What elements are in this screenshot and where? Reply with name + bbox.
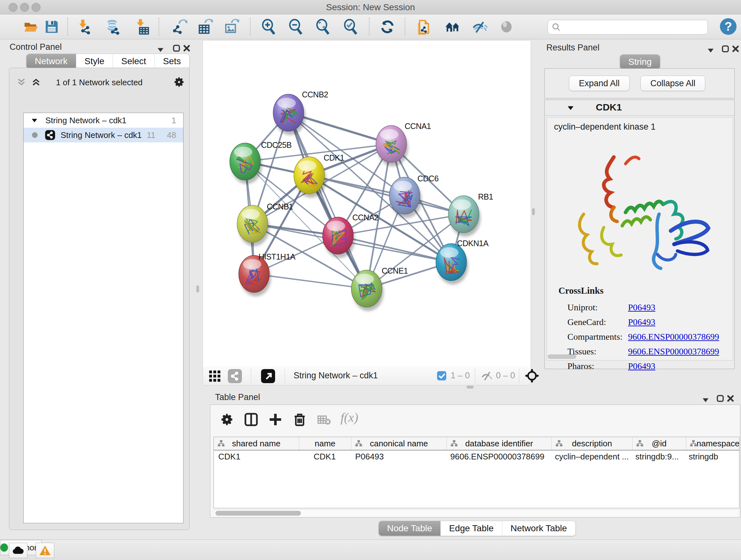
import-table-button[interactable]	[134, 19, 150, 35]
float-panel-icon[interactable]	[701, 395, 711, 405]
search-input[interactable]	[564, 21, 703, 33]
crosslink-link[interactable]: P06493	[628, 302, 656, 313]
search-field	[548, 20, 708, 35]
network-node-CCNA2[interactable]: CCNA2	[323, 213, 379, 258]
table-hscrollbar[interactable]	[214, 509, 738, 516]
protein-header[interactable]: CDK1	[545, 100, 734, 116]
network-edge[interactable]	[288, 113, 367, 289]
duplicate-network-button[interactable]	[416, 19, 432, 35]
node-gloss-highlight	[355, 274, 374, 284]
delete-column-trash-icon[interactable]	[292, 412, 307, 427]
network-canvas[interactable]: CCNB2CCNA1CDC25BCDK1CDC6RB1CCNB1CCNA2CDK…	[203, 40, 531, 367]
cloud-icon	[12, 546, 24, 555]
open-in-window-button[interactable]	[261, 369, 275, 383]
column-header-database-identifier[interactable]: database identifier	[447, 437, 552, 450]
collapse-all-button[interactable]: Collapse All	[641, 76, 705, 91]
zoom-in-button[interactable]	[261, 19, 277, 35]
column-header-@id[interactable]: @id	[632, 437, 686, 450]
import-network-button[interactable]	[77, 19, 93, 35]
network-edge[interactable]	[254, 274, 367, 289]
float-panel-icon[interactable]	[706, 45, 716, 55]
crosslink-link[interactable]: P06493	[628, 361, 656, 371]
network-graph[interactable]: CCNB2CCNA1CDC25BCDK1CDC6RB1CCNB1CCNA2CDK…	[203, 41, 531, 367]
crosslink-link[interactable]: 9606.ENSP00000378699	[628, 347, 719, 357]
show-columns-icon[interactable]	[244, 412, 259, 427]
left-splitter-handle[interactable]	[196, 286, 199, 293]
bottom-splitter-handle[interactable]	[467, 386, 474, 388]
collection-expander-icon[interactable]	[30, 117, 38, 124]
results-hscroll-thumb[interactable]	[548, 354, 576, 359]
refresh-button[interactable]	[380, 19, 395, 35]
right-splitter-handle[interactable]	[532, 208, 535, 215]
zoom-selected-button[interactable]	[343, 19, 359, 35]
zoom-out-button[interactable]	[288, 19, 304, 35]
network-edge[interactable]	[338, 236, 451, 262]
column-header-description[interactable]: description	[552, 437, 632, 450]
zoom-fit-button[interactable]	[315, 19, 331, 35]
export-table-icon	[197, 19, 213, 35]
column-header-namespace[interactable]: namespace	[686, 437, 739, 450]
houses-button[interactable]	[444, 19, 460, 35]
maximize-panel-icon[interactable]	[716, 394, 725, 403]
tab-string[interactable]: String	[620, 55, 660, 69]
column-header-canonical-name[interactable]: canonical name	[351, 437, 447, 450]
string-style-badge[interactable]	[228, 369, 242, 383]
warning-icon	[39, 545, 51, 556]
export-image-button[interactable]	[223, 19, 239, 35]
column-header-label: shared name	[232, 439, 280, 449]
close-panel-icon[interactable]	[726, 394, 735, 403]
tab-sets[interactable]: Sets	[155, 54, 189, 69]
network-edge[interactable]	[309, 175, 464, 214]
float-panel-icon[interactable]	[156, 45, 165, 54]
show-all-button[interactable]	[498, 19, 515, 35]
warnings-button[interactable]	[36, 543, 54, 558]
network-node-RB1[interactable]: RB1	[448, 192, 493, 237]
hide-selected-button[interactable]	[471, 19, 487, 35]
tab-style[interactable]: Style	[76, 54, 113, 69]
export-network-button[interactable]	[172, 19, 187, 35]
maximize-panel-icon[interactable]	[172, 44, 181, 53]
close-panel-icon[interactable]	[731, 44, 740, 54]
export-network-icon	[172, 19, 187, 35]
import-database-button[interactable]	[105, 19, 121, 35]
tab-edge-table[interactable]: Edge Table	[441, 521, 502, 536]
birdseye-grid-icon[interactable]	[208, 369, 221, 383]
save-session-button[interactable]	[44, 19, 60, 35]
crosslink-link[interactable]: P06493	[628, 317, 656, 327]
protein-expander-icon[interactable]	[566, 104, 575, 112]
maximize-panel-icon[interactable]	[721, 44, 730, 54]
network-node-CDC6[interactable]: CDC6	[389, 174, 439, 218]
table-row[interactable]: CDK1CDK1P064939606.ENSP00000378699cyclin…	[214, 450, 739, 464]
column-header-name[interactable]: name	[299, 437, 351, 450]
pan-crosshair-icon[interactable]	[525, 368, 539, 383]
network-row[interactable]: String Network – cdk1 11 48	[23, 128, 183, 142]
tab-network-table[interactable]: Network Table	[502, 521, 576, 536]
node-gloss-highlight	[234, 147, 253, 157]
network-node-CCNB1[interactable]: CCNB1	[237, 202, 293, 246]
network-node-CCNB2[interactable]: CCNB2	[273, 90, 328, 135]
tab-select[interactable]: Select	[113, 54, 155, 69]
tab-network[interactable]: Network	[26, 54, 76, 69]
cloud-button[interactable]	[9, 543, 27, 558]
network-node-CCNE1[interactable]: CCNE1	[351, 266, 408, 311]
network-node-CDKN1A[interactable]: CDKN1A	[436, 239, 488, 285]
network-node-HIST1H1A[interactable]: HIST1H1A	[239, 252, 295, 296]
network-manager: 1 of 1 Network selected String Network –…	[9, 68, 190, 530]
tab-node-table[interactable]: Node Table	[379, 521, 441, 536]
network-node-CCNA1[interactable]: CCNA1	[376, 122, 431, 166]
column-header-shared-name[interactable]: shared name	[214, 437, 299, 450]
help-button[interactable]: ?	[720, 18, 737, 35]
export-table-button[interactable]	[197, 19, 213, 35]
network-collection-row[interactable]: String Network – cdk1 1	[23, 113, 183, 128]
open-session-button[interactable]	[23, 19, 39, 35]
protein-details: cyclin–dependent kinase 1	[547, 117, 733, 361]
refresh-icon	[380, 19, 395, 35]
expand-all-button[interactable]: Expand All	[569, 76, 630, 91]
close-panel-icon[interactable]	[182, 44, 192, 53]
add-column-icon[interactable]	[268, 412, 283, 427]
selected-checkbox-icon[interactable]	[436, 371, 447, 381]
crosslink-link[interactable]: 9606.ENSP00000378699	[628, 332, 719, 342]
network-options-gear-icon[interactable]	[173, 76, 185, 88]
table-options-gear-icon[interactable]	[219, 412, 234, 427]
table-hscrollbar-thumb[interactable]	[215, 511, 301, 516]
